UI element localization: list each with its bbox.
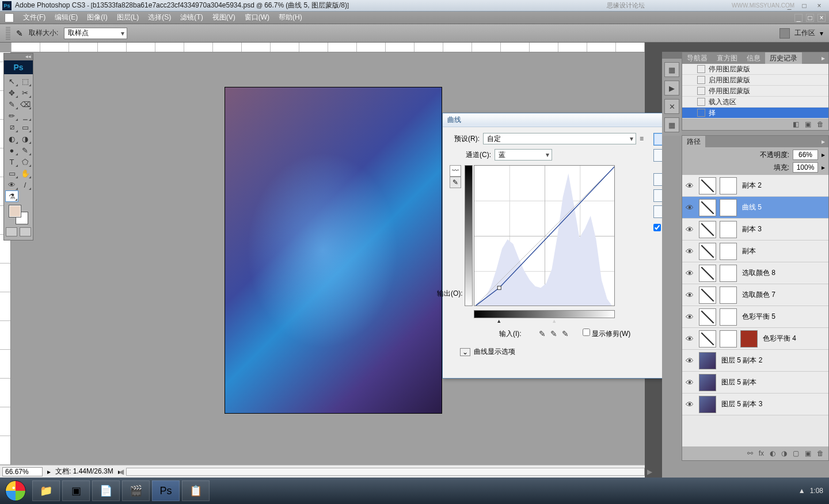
quickmask-mode-button[interactable] xyxy=(20,227,31,236)
tool-button[interactable]: ◑ xyxy=(18,133,32,144)
adjustment-layer-button[interactable]: ◑ xyxy=(781,449,787,457)
navigator-icon[interactable]: ▦ xyxy=(664,62,679,77)
opacity-field[interactable]: 66% xyxy=(793,150,818,160)
taskbar-app-icon[interactable]: 📄 xyxy=(92,480,120,501)
tool-button[interactable]: ◐ xyxy=(5,133,18,144)
system-tray[interactable]: ▲ 1:08 xyxy=(798,487,829,495)
tool-button[interactable]: ⌫ xyxy=(18,98,32,110)
menu-view[interactable]: 视图(V) xyxy=(208,13,240,22)
swatches-icon[interactable]: ▦ xyxy=(664,117,679,132)
toolbox-tab[interactable]: ◂◂ xyxy=(4,54,33,60)
menu-edit[interactable]: 编辑(E) xyxy=(50,13,82,22)
tool-button[interactable]: ✋ xyxy=(18,167,32,179)
dock-tab[interactable] xyxy=(662,52,682,59)
snapshot-button[interactable]: ◧ xyxy=(793,120,799,128)
history-item[interactable]: 停用图层蒙版 xyxy=(682,64,828,75)
visibility-toggle[interactable]: 👁 xyxy=(682,203,697,212)
taskbar-explorer-icon[interactable]: 📁 xyxy=(32,480,60,501)
layer-row[interactable]: 👁色彩平衡 4 xyxy=(682,328,828,350)
tab-histogram[interactable]: 直方图 xyxy=(712,52,742,64)
menu-select[interactable]: 选择(S) xyxy=(143,13,176,22)
taskbar-app-icon[interactable]: 🎬 xyxy=(122,480,150,501)
fill-field[interactable]: 100% xyxy=(793,162,818,173)
visibility-toggle[interactable]: 👁 xyxy=(682,400,697,409)
layer-row[interactable]: 👁图层 5 副本 3 xyxy=(682,394,828,415)
layer-row[interactable]: 👁副本 xyxy=(682,240,828,262)
new-state-button[interactable]: ▣ xyxy=(805,120,811,128)
visibility-toggle[interactable]: 👁 xyxy=(682,312,697,322)
tool-button[interactable]: T xyxy=(5,156,18,167)
sample-size-dropdown[interactable]: 取样点 xyxy=(64,28,127,39)
layer-row[interactable]: 👁色彩平衡 5 xyxy=(682,306,828,328)
history-item[interactable]: 启用图层蒙版 xyxy=(682,75,828,86)
horizontal-scrollbar[interactable] xyxy=(126,468,645,476)
preset-dropdown[interactable]: 自定 xyxy=(483,133,636,144)
layer-row[interactable]: 👁曲线 5 xyxy=(682,197,828,219)
curve-edit-tool-button[interactable]: 〰 xyxy=(450,165,461,177)
tab-layers[interactable]: 路径 xyxy=(682,136,705,147)
tool-button[interactable]: ● xyxy=(5,144,18,156)
visibility-toggle[interactable]: 👁 xyxy=(682,334,697,343)
new-layer-button[interactable]: ▣ xyxy=(805,449,811,457)
black-point-eyedropper[interactable]: ✎ xyxy=(539,329,546,338)
start-button[interactable] xyxy=(0,478,31,504)
tool-button[interactable]: ⧄ xyxy=(5,121,18,133)
channel-dropdown[interactable]: 蓝 xyxy=(495,149,552,161)
layer-style-button[interactable]: fx xyxy=(759,449,764,457)
window-close-button[interactable]: × xyxy=(815,2,823,10)
tool-button[interactable]: ↖ xyxy=(5,75,18,87)
delete-layer-button[interactable]: 🗑 xyxy=(817,449,824,457)
history-item[interactable]: 停用图层蒙版 xyxy=(682,86,828,97)
menu-layer[interactable]: 图层(L) xyxy=(112,13,144,22)
curves-graph[interactable] xyxy=(474,165,615,306)
tray-icon[interactable]: ▲ xyxy=(798,487,805,495)
tool-button[interactable]: ✏ xyxy=(5,110,18,121)
layer-row[interactable]: 👁选取颜色 7 xyxy=(682,284,828,306)
zoom-dropdown-arrow[interactable]: ▸ xyxy=(47,468,51,476)
window-maximize-button[interactable]: □ xyxy=(800,2,808,10)
doc-minimize-button[interactable]: _ xyxy=(794,14,803,22)
layer-row[interactable]: 👁副本 3 xyxy=(682,219,828,240)
input-marker-strip[interactable]: ▲▲ xyxy=(474,318,615,324)
taskbar-app-icon[interactable]: ▣ xyxy=(62,480,90,501)
menu-window[interactable]: 窗口(W) xyxy=(240,13,274,22)
tool-button[interactable]: ✥ xyxy=(5,87,18,98)
histogram-icon[interactable]: ▶ xyxy=(664,81,679,96)
menu-image[interactable]: 图像(I) xyxy=(82,13,112,22)
doc-restore-button[interactable]: □ xyxy=(806,14,814,22)
visibility-toggle[interactable]: 👁 xyxy=(682,378,697,387)
menu-filter[interactable]: 滤镜(T) xyxy=(176,13,207,22)
pencil-tool-button[interactable]: ✎ xyxy=(450,177,461,188)
disclosure-button[interactable]: ⌄ xyxy=(460,348,470,356)
tool-button[interactable]: 👁 xyxy=(5,179,18,190)
lock-icon[interactable] xyxy=(779,28,790,39)
workspace-dropdown-arrow[interactable]: ▾ xyxy=(820,29,823,37)
menu-file[interactable]: 文件(F) xyxy=(18,13,50,22)
history-item[interactable]: 择 xyxy=(682,108,828,119)
layer-row[interactable]: 👁选取颜色 8 xyxy=(682,262,828,284)
visibility-toggle[interactable]: 👁 xyxy=(682,356,697,365)
panel-menu-button[interactable]: ▸ xyxy=(818,54,828,62)
visibility-toggle[interactable]: 👁 xyxy=(682,247,697,256)
tool-button[interactable]: ⬠ xyxy=(18,156,32,167)
link-layers-button[interactable]: ⚯ xyxy=(747,449,753,457)
visibility-toggle[interactable]: 👁 xyxy=(682,225,697,234)
tool-button[interactable]: ✂ xyxy=(18,87,32,98)
tool-button[interactable]: / xyxy=(18,179,32,190)
tool-button[interactable]: ✎ xyxy=(18,144,32,156)
zoom-percentage-field[interactable]: 66.67% xyxy=(2,467,43,476)
layer-row[interactable]: 👁图层 5 副本 2 xyxy=(682,350,828,372)
tool-button[interactable]: ⬚ xyxy=(18,75,32,87)
history-item[interactable]: 载入选区 xyxy=(682,97,828,108)
tab-info[interactable]: 信息 xyxy=(742,52,765,64)
menu-help[interactable]: 帮助(H) xyxy=(274,13,307,22)
tool-button[interactable]: ⚗ xyxy=(5,190,18,202)
taskbar-app-icon[interactable]: 📋 xyxy=(182,480,210,501)
options-grip[interactable] xyxy=(6,27,10,40)
show-clipping-checkbox[interactable]: 显示修剪(W) xyxy=(583,329,631,339)
preset-menu-button[interactable]: ≡ xyxy=(640,135,648,143)
group-button[interactable]: ▢ xyxy=(793,449,799,457)
layer-mask-button[interactable]: ◐ xyxy=(770,449,775,457)
white-point-eyedropper[interactable]: ✎ xyxy=(562,329,569,338)
info-icon[interactable]: ✕ xyxy=(664,99,679,114)
